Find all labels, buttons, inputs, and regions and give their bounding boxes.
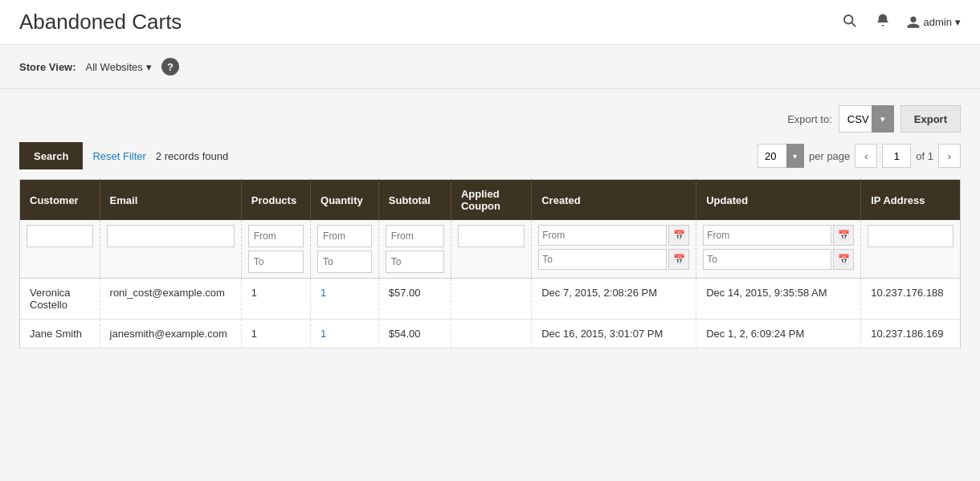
filter-subtotal-range bbox=[386, 225, 444, 273]
cell-products: 1 bbox=[241, 279, 310, 320]
filter-created-cell: 📅 📅 bbox=[532, 220, 696, 279]
filter-quantity-to[interactable] bbox=[317, 251, 372, 273]
cell-updated: Dec 1, 2, 6:09:24 PM bbox=[696, 320, 861, 349]
store-view-bar: Store View: All Websites ▾ ? bbox=[0, 45, 980, 89]
col-header-subtotal: Subtotal bbox=[378, 180, 451, 221]
cell-products: 1 bbox=[241, 320, 310, 349]
filter-created-to-calendar-button[interactable]: 📅 bbox=[668, 249, 689, 270]
cell-customer: Veronica Costello bbox=[20, 279, 100, 320]
cell-created: Dec 7, 2015, 2:08:26 PM bbox=[532, 279, 696, 320]
cell-coupon bbox=[451, 279, 531, 320]
search-icon-button[interactable] bbox=[839, 10, 860, 35]
cell-email: roni_cost@example.com bbox=[100, 279, 241, 320]
filter-customer-cell bbox=[20, 220, 100, 279]
cell-quantity: 1 bbox=[311, 320, 379, 349]
search-toolbar: Search Reset Filter 2 records found 20 5… bbox=[19, 142, 961, 169]
filter-quantity-from[interactable] bbox=[317, 225, 372, 247]
filter-updated-range: 📅 📅 bbox=[703, 225, 854, 270]
cell-updated: Dec 14, 2015, 9:35:58 AM bbox=[696, 279, 861, 320]
cell-coupon bbox=[451, 320, 531, 349]
filter-coupon-cell bbox=[451, 220, 531, 279]
col-header-updated: Updated bbox=[696, 180, 861, 221]
main-content: Export to: CSV ▾ Export Search Reset Fil… bbox=[0, 89, 980, 365]
page-of-label: of 1 bbox=[916, 150, 933, 162]
export-button[interactable]: Export bbox=[900, 105, 961, 132]
filter-quantity-range bbox=[317, 225, 372, 273]
filter-created-from-calendar-button[interactable]: 📅 bbox=[668, 225, 689, 246]
cell-customer: Jane Smith bbox=[20, 320, 100, 349]
filter-created-range: 📅 📅 bbox=[538, 225, 689, 270]
filter-products-to[interactable] bbox=[248, 251, 304, 273]
filter-updated-from-calendar-button[interactable]: 📅 bbox=[833, 225, 854, 246]
quantity-link[interactable]: 1 bbox=[321, 287, 326, 299]
cell-email: janesmith@example.com bbox=[100, 320, 241, 349]
export-select-wrapper: CSV ▾ bbox=[839, 105, 894, 132]
page-title: Abandoned Carts bbox=[19, 10, 182, 35]
filter-customer-input[interactable] bbox=[27, 225, 93, 247]
top-header: Abandoned Carts admin ▾ bbox=[0, 0, 980, 45]
table-row: Veronica Costello roni_cost@example.com … bbox=[20, 279, 961, 320]
filter-updated-from-row: 📅 bbox=[703, 225, 854, 246]
col-header-products: Products bbox=[241, 180, 310, 221]
col-header-email: Email bbox=[100, 180, 241, 221]
filter-updated-to[interactable] bbox=[703, 249, 831, 270]
export-label: Export to: bbox=[787, 113, 832, 125]
search-toolbar-left: Search Reset Filter 2 records found bbox=[19, 142, 228, 169]
col-header-ip: IP Address bbox=[861, 180, 961, 221]
export-toolbar: Export to: CSV ▾ Export bbox=[19, 105, 961, 132]
page-number-input[interactable] bbox=[882, 144, 911, 168]
filter-subtotal-from[interactable] bbox=[386, 225, 444, 247]
header-icons: admin ▾ bbox=[839, 10, 961, 35]
pagination: 20 50 100 ▾ per page ‹ of 1 › bbox=[757, 144, 961, 168]
next-page-button[interactable]: › bbox=[938, 144, 961, 168]
filter-email-input[interactable] bbox=[107, 225, 235, 247]
cell-ip: 10.237.186.169 bbox=[861, 320, 961, 349]
cell-ip: 10.237.176.188 bbox=[861, 279, 961, 320]
cell-subtotal: $54.00 bbox=[378, 320, 451, 349]
filter-subtotal-to[interactable] bbox=[386, 251, 444, 273]
export-area: Export to: CSV ▾ Export bbox=[787, 105, 961, 132]
bell-icon bbox=[876, 13, 890, 27]
table-body: Veronica Costello roni_cost@example.com … bbox=[20, 279, 961, 349]
export-format-select[interactable]: CSV bbox=[839, 105, 894, 132]
col-header-customer: Customer bbox=[20, 180, 100, 221]
filter-products-from[interactable] bbox=[248, 225, 304, 247]
filter-coupon-input[interactable] bbox=[458, 225, 525, 247]
cell-subtotal: $57.00 bbox=[378, 279, 451, 320]
table-header-row: Customer Email Products Quantity Subtota… bbox=[20, 180, 961, 221]
abandoned-carts-table: Customer Email Products Quantity Subtota… bbox=[19, 179, 961, 349]
user-icon bbox=[906, 15, 921, 30]
filter-created-to-row: 📅 bbox=[538, 249, 689, 270]
filter-created-from[interactable] bbox=[538, 225, 667, 246]
help-icon[interactable]: ? bbox=[161, 58, 179, 75]
store-view-dropdown[interactable]: All Websites ▾ bbox=[86, 61, 152, 73]
filter-quantity-cell bbox=[311, 220, 379, 279]
filter-ip-cell bbox=[861, 220, 961, 279]
filter-subtotal-cell bbox=[378, 220, 451, 279]
store-view-value: All Websites bbox=[86, 61, 143, 73]
filter-email-cell bbox=[100, 220, 241, 279]
admin-user-menu[interactable]: admin ▾ bbox=[906, 15, 961, 30]
cell-quantity: 1 bbox=[311, 279, 379, 320]
col-header-quantity: Quantity bbox=[311, 180, 379, 221]
filter-ip-input[interactable] bbox=[868, 225, 953, 247]
svg-line-1 bbox=[851, 22, 855, 26]
prev-page-button[interactable]: ‹ bbox=[855, 144, 877, 168]
store-view-label: Store View: bbox=[19, 61, 76, 73]
reset-filter-button[interactable]: Reset Filter bbox=[92, 150, 145, 162]
filter-products-range bbox=[248, 225, 304, 273]
filter-updated-to-row: 📅 bbox=[703, 249, 854, 270]
records-count: 2 records found bbox=[156, 150, 228, 162]
bell-icon-button[interactable] bbox=[872, 10, 893, 35]
table-filter-row: 📅 📅 📅 bbox=[20, 220, 961, 279]
per-page-select[interactable]: 20 50 100 bbox=[757, 144, 804, 168]
filter-updated-from[interactable] bbox=[703, 225, 831, 246]
filter-created-to[interactable] bbox=[538, 249, 667, 270]
search-button[interactable]: Search bbox=[19, 142, 83, 169]
search-icon bbox=[842, 13, 856, 27]
per-page-select-wrapper: 20 50 100 ▾ bbox=[757, 144, 804, 168]
quantity-link[interactable]: 1 bbox=[321, 328, 326, 340]
admin-chevron-icon: ▾ bbox=[955, 16, 961, 28]
filter-updated-to-calendar-button[interactable]: 📅 bbox=[833, 249, 854, 270]
admin-label: admin bbox=[924, 16, 952, 28]
